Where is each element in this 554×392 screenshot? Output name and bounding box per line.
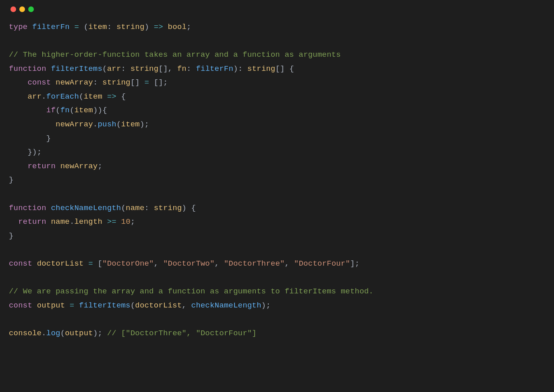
keyword-return: return xyxy=(27,162,56,171)
punct: . xyxy=(93,120,98,129)
punct: ( xyxy=(121,204,126,213)
punct: : xyxy=(187,64,196,73)
method: forEach xyxy=(46,92,79,101)
method: push xyxy=(98,120,116,129)
punct: [] xyxy=(158,64,168,73)
arg: checkNameLength xyxy=(191,301,261,310)
arg: doctorList xyxy=(135,301,182,310)
op-gte: >= xyxy=(102,217,121,226)
code-line: type filterFn = (item: string) => bool; xyxy=(9,23,191,31)
function-name: filterItems xyxy=(51,64,102,73)
comment: // ["DoctorThree", "DoctorFour"] xyxy=(107,329,257,338)
string: "DoctorThree" xyxy=(224,259,285,268)
number: 10 xyxy=(121,217,131,226)
punct: ) xyxy=(140,120,145,129)
punct: ; xyxy=(145,120,149,129)
param: item xyxy=(84,92,102,101)
punct: . xyxy=(70,217,75,226)
punct: ) xyxy=(182,204,187,213)
arg: output xyxy=(65,329,93,338)
keyword-function: function xyxy=(9,64,46,73)
code-line: } xyxy=(9,175,14,184)
punct: ( xyxy=(116,120,121,129)
code-line: function checkNameLength(name: string) { xyxy=(9,204,196,213)
window-titlebar xyxy=(0,0,554,16)
punct: [] xyxy=(131,78,140,87)
var: name xyxy=(51,217,69,226)
punct: ) xyxy=(93,329,98,338)
punct: [ xyxy=(98,259,102,268)
type: string xyxy=(247,64,276,73)
punct: } xyxy=(27,148,32,157)
comment: // The higher-order-function takes an ar… xyxy=(9,50,341,59)
obj: console xyxy=(9,329,41,338)
punct: ; xyxy=(37,148,42,157)
punct: } xyxy=(9,231,14,240)
punct: , xyxy=(182,301,191,310)
var: newArray xyxy=(60,162,98,171)
call: filterItems xyxy=(79,301,131,310)
window-close-icon[interactable] xyxy=(10,6,16,12)
punct: ( xyxy=(102,64,107,73)
punct: ; xyxy=(98,162,102,171)
window-minimize-icon[interactable] xyxy=(19,6,25,12)
op-arrow: => xyxy=(149,23,168,31)
var: newArray xyxy=(56,78,93,87)
param: fn xyxy=(177,64,187,73)
keyword-const: const xyxy=(27,78,51,87)
code-line: }); xyxy=(9,148,41,157)
type: string xyxy=(154,204,182,213)
code-window: type filterFn = (item: string) => bool; … xyxy=(0,0,554,392)
code-block: type filterFn = (item: string) => bool; … xyxy=(0,16,554,349)
punct: { xyxy=(102,106,107,115)
var: newArray xyxy=(56,120,93,129)
op-eq: = xyxy=(84,259,98,268)
type: string xyxy=(116,23,145,31)
punct: ) xyxy=(145,23,149,31)
code-line: const newArray: string[] = []; xyxy=(9,78,168,87)
code-line: arr.forEach(item => { xyxy=(9,92,126,101)
var: doctorList xyxy=(37,259,84,268)
call: fn xyxy=(60,106,70,115)
type: string xyxy=(131,64,159,73)
punct: ; xyxy=(163,78,168,87)
punct: , xyxy=(285,259,294,268)
punct: [] xyxy=(154,78,163,87)
punct: ( xyxy=(56,106,60,115)
punct: { xyxy=(121,92,126,101)
param: item xyxy=(88,23,107,31)
param: arr xyxy=(107,64,121,73)
code-line: const output = filterItems(doctorList, c… xyxy=(9,301,271,310)
punct: . xyxy=(41,92,46,101)
punct: { xyxy=(289,64,294,73)
keyword-const: const xyxy=(9,301,32,310)
type-name: filterFn xyxy=(32,23,70,31)
param: name xyxy=(126,204,144,213)
op-arrow: => xyxy=(102,92,121,101)
punct: ( xyxy=(84,23,89,31)
comment: // We are passing the array and a functi… xyxy=(9,287,373,296)
window-zoom-icon[interactable] xyxy=(28,6,34,12)
code-line: } xyxy=(9,134,51,143)
punct: ; xyxy=(98,329,102,338)
type: bool xyxy=(168,23,187,31)
string: "DoctorTwo" xyxy=(163,259,215,268)
punct: } xyxy=(9,175,14,184)
punct: : xyxy=(145,204,154,213)
punct: : xyxy=(93,78,102,87)
punct: ( xyxy=(131,301,135,310)
punct: ; xyxy=(187,23,191,31)
punct: ] xyxy=(350,259,355,268)
keyword-function: function xyxy=(9,204,46,213)
keyword-type: type xyxy=(9,23,27,31)
method: log xyxy=(46,329,60,338)
var: item xyxy=(74,106,93,115)
punct: ( xyxy=(79,92,84,101)
punct: , xyxy=(154,259,163,268)
punct: : xyxy=(107,23,116,31)
punct: ) xyxy=(98,106,103,115)
punct: , xyxy=(215,259,224,268)
keyword-return: return xyxy=(18,217,46,226)
punct: ) xyxy=(93,106,98,115)
code-line: console.log(output); // ["DoctorThree", … xyxy=(9,329,257,338)
